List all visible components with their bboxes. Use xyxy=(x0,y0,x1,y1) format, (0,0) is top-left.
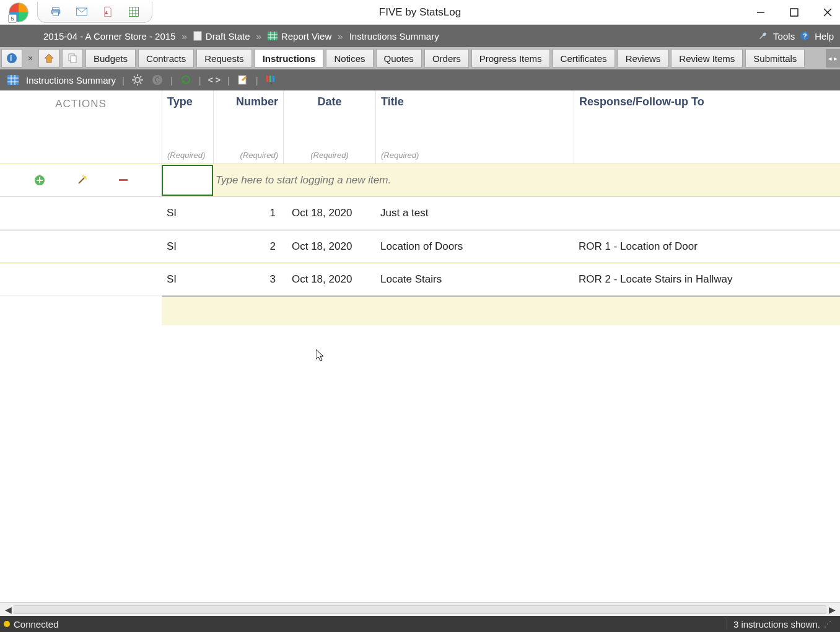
table-row[interactable]: SI1Oct 18, 2020Just a test xyxy=(0,197,840,230)
maximize-button[interactable] xyxy=(787,5,802,20)
tab-submittals[interactable]: Submittals xyxy=(745,49,805,68)
cell-number: 3 xyxy=(213,273,283,286)
svg-marker-58 xyxy=(316,349,323,361)
remove-icon[interactable] xyxy=(119,178,128,182)
breadcrumb-page[interactable]: Instructions Summary xyxy=(349,31,439,42)
wand-icon[interactable] xyxy=(76,175,87,186)
info-button[interactable]: i xyxy=(1,49,22,68)
tab-budgets[interactable]: Budgets xyxy=(85,49,136,68)
svg-rect-47 xyxy=(269,76,271,82)
cell-title: Just a test xyxy=(375,207,574,219)
grid-header: ACTIONS Type (Required) Number (Required… xyxy=(0,90,840,164)
scroll-left-icon[interactable]: ◀ xyxy=(2,605,14,615)
svg-line-40 xyxy=(140,76,141,77)
print-icon[interactable] xyxy=(50,6,61,17)
tab-orders[interactable]: Orders xyxy=(424,49,469,68)
window-title: FIVE by StatsLog xyxy=(379,6,461,19)
help-icon[interactable]: ? xyxy=(800,31,810,41)
svg-point-54 xyxy=(84,176,86,178)
connection-indicator-icon xyxy=(4,621,10,627)
column-header-type[interactable]: Type (Required) xyxy=(162,90,213,164)
breadcrumb-project[interactable]: 2015-04 - A Corner Store - 2015 xyxy=(43,31,175,42)
gear-icon[interactable] xyxy=(131,73,144,87)
tab-scroll-arrows[interactable]: ◂ ▸ xyxy=(826,49,840,68)
copyright-icon[interactable]: C xyxy=(151,73,164,87)
svg-rect-14 xyxy=(194,32,201,40)
sort-columns-icon[interactable] xyxy=(265,73,278,87)
column-header-number[interactable]: Number (Required) xyxy=(213,90,283,164)
column-header-response[interactable]: Response/Follow-up To xyxy=(574,90,840,164)
add-icon[interactable] xyxy=(34,175,45,186)
app-logo[interactable] xyxy=(4,1,33,24)
table-row[interactable]: SI2Oct 18, 2020Location of DoorsROR 1 - … xyxy=(0,230,840,263)
tab-progress-items[interactable]: Progress Items xyxy=(471,49,550,68)
cell-type: SI xyxy=(162,273,213,286)
content-area: ACTIONS Type (Required) Number (Required… xyxy=(0,90,840,602)
svg-rect-5 xyxy=(129,7,139,17)
breadcrumb-view[interactable]: Report View xyxy=(281,31,331,42)
svg-rect-46 xyxy=(266,76,268,82)
close-tab-button[interactable]: × xyxy=(25,49,36,68)
refresh-icon[interactable] xyxy=(179,73,193,87)
cell-type: SI xyxy=(162,240,213,253)
record-count: 3 instructions shown. xyxy=(733,619,820,630)
tab-instructions[interactable]: Instructions xyxy=(255,49,324,68)
table-row[interactable]: SI3Oct 18, 2020Locate StairsROR 2 - Loca… xyxy=(0,263,840,296)
scroll-right-icon[interactable]: ▶ xyxy=(826,605,838,615)
edit-icon[interactable] xyxy=(236,73,250,87)
svg-rect-0 xyxy=(53,7,59,10)
copy-button[interactable] xyxy=(62,49,83,68)
view-title: Instructions Summary xyxy=(26,75,116,86)
tab-contracts[interactable]: Contracts xyxy=(138,49,194,68)
svg-rect-48 xyxy=(273,76,274,82)
svg-point-55 xyxy=(82,175,84,177)
quick-access-toolbar: A xyxy=(37,2,152,23)
pdf-icon[interactable]: A xyxy=(102,6,113,17)
svg-rect-2 xyxy=(53,12,59,15)
code-icon[interactable]: < > xyxy=(208,73,221,87)
excel-icon[interactable] xyxy=(128,6,139,17)
minimize-button[interactable] xyxy=(753,5,768,20)
horizontal-scrollbar[interactable]: ◀ ▶ xyxy=(0,602,840,616)
close-button[interactable] xyxy=(820,5,835,20)
cursor-icon xyxy=(316,349,327,363)
wrench-icon[interactable] xyxy=(758,31,768,41)
column-header-date[interactable]: Date (Required) xyxy=(283,90,375,164)
svg-text:i: i xyxy=(10,54,12,63)
breadcrumb-state[interactable]: Draft State xyxy=(206,31,250,42)
svg-rect-15 xyxy=(268,32,278,40)
new-row-input[interactable] xyxy=(213,174,647,187)
home-button[interactable] xyxy=(38,49,59,68)
help-link[interactable]: Help xyxy=(815,31,834,42)
chevron-icon: » xyxy=(256,31,261,42)
column-header-title[interactable]: Title (Required) xyxy=(375,90,574,164)
resize-grip-icon[interactable]: ⋰ xyxy=(824,620,830,628)
tab-reviews[interactable]: Reviews xyxy=(618,49,669,68)
svg-text:?: ? xyxy=(803,32,807,40)
svg-text:A: A xyxy=(105,11,108,15)
svg-marker-24 xyxy=(45,54,53,63)
grid-footer-strip xyxy=(162,296,840,325)
scroll-track[interactable] xyxy=(14,605,826,614)
window-controls xyxy=(753,5,835,20)
email-icon[interactable] xyxy=(76,6,87,17)
cell-number: 2 xyxy=(213,240,283,253)
svg-line-53 xyxy=(79,177,85,183)
tools-link[interactable]: Tools xyxy=(773,31,795,42)
status-bar: Connected 3 instructions shown. ⋰ xyxy=(0,616,840,632)
svg-line-39 xyxy=(134,82,135,84)
svg-line-38 xyxy=(140,82,141,84)
svg-text:C: C xyxy=(155,76,160,84)
cell-date: Oct 18, 2020 xyxy=(283,207,375,219)
tab-certificates[interactable]: Certificates xyxy=(553,49,615,68)
cell-date: Oct 18, 2020 xyxy=(283,240,375,253)
tab-notices[interactable]: Notices xyxy=(326,49,373,68)
tab-requests[interactable]: Requests xyxy=(196,49,252,68)
new-row-type-cell[interactable] xyxy=(162,165,213,196)
svg-rect-27 xyxy=(7,75,19,85)
svg-marker-49 xyxy=(270,83,273,85)
chevron-icon: » xyxy=(182,31,186,42)
tab-review-items[interactable]: Review Items xyxy=(671,49,743,68)
tab-quotes[interactable]: Quotes xyxy=(376,49,422,68)
cell-number: 1 xyxy=(213,207,283,219)
